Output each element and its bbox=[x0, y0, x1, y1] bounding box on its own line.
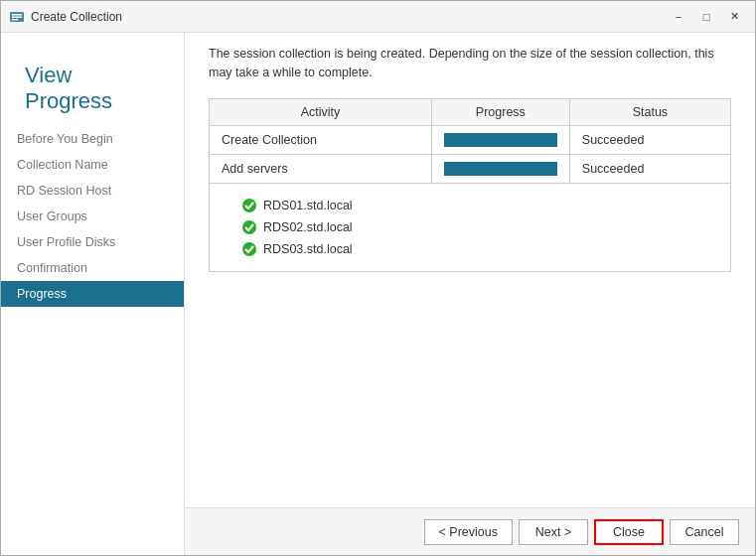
col-status: Status bbox=[569, 98, 730, 125]
list-item: RDS01.std.local bbox=[241, 195, 718, 216]
check-icon bbox=[241, 198, 257, 213]
sub-items-list: RDS01.std.local RDS02.std.local bbox=[222, 191, 718, 264]
status-cell: Succeeded bbox=[569, 125, 730, 154]
sidebar-item-user-profile-disks[interactable]: User Profile Disks bbox=[1, 229, 184, 255]
description-text: The session collection is being created.… bbox=[209, 45, 731, 82]
titlebar: Create Collection − □ ✕ bbox=[1, 1, 755, 33]
list-item: RDS02.std.local bbox=[241, 216, 718, 238]
sidebar-item-confirmation[interactable]: Confirmation bbox=[1, 255, 184, 281]
cancel-button[interactable]: Cancel bbox=[670, 519, 739, 545]
close-button[interactable]: Close bbox=[594, 519, 664, 545]
page-header: View Progress bbox=[1, 45, 184, 126]
next-button[interactable]: Next > bbox=[519, 519, 588, 545]
window-title: Create Collection bbox=[31, 10, 666, 24]
progress-bar-container bbox=[444, 162, 557, 176]
svg-rect-1 bbox=[12, 14, 22, 16]
col-activity: Activity bbox=[210, 98, 432, 125]
sidebar-item-before-you-begin[interactable]: Before You Begin bbox=[1, 126, 184, 152]
table-row: Create Collection Succeeded bbox=[210, 125, 731, 154]
progress-table: Activity Progress Status Create Collecti… bbox=[209, 98, 731, 272]
server-label: RDS02.std.local bbox=[263, 220, 353, 234]
status-cell: Succeeded bbox=[569, 154, 730, 183]
progress-cell bbox=[431, 125, 569, 154]
sub-items-cell: RDS01.std.local RDS02.std.local bbox=[210, 183, 731, 271]
sub-items-row: RDS01.std.local RDS02.std.local bbox=[210, 183, 731, 271]
svg-point-6 bbox=[242, 242, 256, 256]
main-content: The session collection is being created.… bbox=[185, 33, 755, 555]
sidebar-item-collection-name[interactable]: Collection Name bbox=[1, 152, 184, 178]
server-label: RDS03.std.local bbox=[263, 242, 353, 256]
main-window: Create Collection − □ ✕ View Progress Be… bbox=[0, 0, 756, 556]
sidebar-item-rd-session-host[interactable]: RD Session Host bbox=[1, 178, 184, 204]
activity-cell: Create Collection bbox=[210, 125, 432, 154]
maximize-button[interactable]: □ bbox=[693, 7, 719, 27]
window-close-button[interactable]: ✕ bbox=[721, 7, 747, 27]
sidebar-item-user-groups[interactable]: User Groups bbox=[1, 204, 184, 229]
progress-bar bbox=[444, 133, 557, 147]
svg-rect-2 bbox=[12, 16, 22, 18]
page-title: View Progress bbox=[25, 63, 160, 114]
footer: < Previous Next > Close Cancel bbox=[185, 507, 755, 555]
list-item: RDS03.std.local bbox=[241, 238, 718, 260]
app-icon bbox=[9, 9, 25, 25]
col-progress: Progress bbox=[431, 98, 569, 125]
previous-button[interactable]: < Previous bbox=[424, 519, 513, 545]
sidebar: View Progress Before You Begin Collectio… bbox=[1, 33, 185, 555]
sidebar-item-progress[interactable]: Progress bbox=[1, 281, 184, 307]
table-row: Add servers Succeeded bbox=[210, 154, 731, 183]
main-body: The session collection is being created.… bbox=[185, 33, 755, 507]
svg-point-4 bbox=[242, 199, 256, 212]
server-label: RDS01.std.local bbox=[263, 199, 353, 212]
content-area: View Progress Before You Begin Collectio… bbox=[1, 33, 755, 555]
window-controls: − □ ✕ bbox=[666, 7, 747, 27]
check-icon bbox=[241, 241, 257, 257]
svg-rect-3 bbox=[12, 19, 18, 21]
svg-point-5 bbox=[242, 220, 256, 234]
activity-cell: Add servers bbox=[210, 154, 432, 183]
progress-bar bbox=[444, 162, 557, 176]
progress-bar-container bbox=[444, 133, 557, 147]
check-icon bbox=[241, 219, 257, 235]
minimize-button[interactable]: − bbox=[666, 7, 691, 27]
progress-cell bbox=[431, 154, 569, 183]
